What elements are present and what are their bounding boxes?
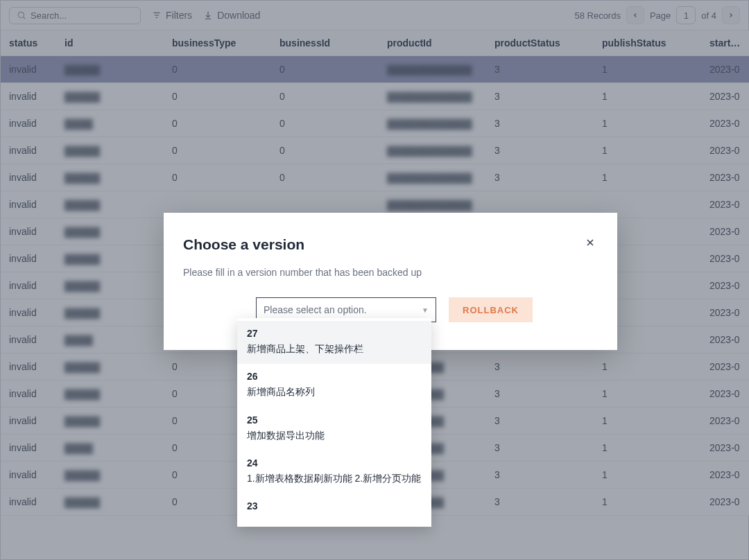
version-option[interactable]: 241.新增表格数据刷新功能 2.新增分页功能 (237, 450, 431, 493)
version-option[interactable]: 25增加数据导出功能 (237, 408, 431, 450)
modal-title: Choose a version (183, 236, 587, 253)
select-placeholder: Please select an option. (264, 304, 367, 315)
chevron-down-icon: ▼ (422, 306, 429, 314)
option-description: 增加数据导出功能 (247, 428, 422, 442)
option-description: 新增商品名称列 (247, 385, 422, 399)
version-option[interactable]: 27新增商品上架、下架操作栏 (237, 321, 431, 364)
option-version: 23 (247, 500, 422, 511)
version-dropdown[interactable]: 27新增商品上架、下架操作栏26新增商品名称列25增加数据导出功能241.新增表… (237, 318, 431, 527)
option-version: 26 (247, 371, 422, 382)
option-version: 25 (247, 414, 422, 426)
close-icon (585, 237, 596, 248)
option-description: 1.新增表格数据刷新功能 2.新增分页功能 (247, 471, 422, 485)
option-version: 24 (247, 457, 422, 469)
close-button[interactable] (583, 235, 598, 250)
modal-helper-text: Please fill in a version number that has… (183, 267, 587, 278)
option-version: 27 (247, 328, 422, 339)
version-option[interactable]: 26新增商品名称列 (237, 364, 431, 407)
version-option[interactable]: 23 (237, 493, 431, 523)
rollback-button[interactable]: ROLLBACK (449, 297, 533, 322)
option-description: 新增商品上架、下架操作栏 (247, 342, 422, 356)
